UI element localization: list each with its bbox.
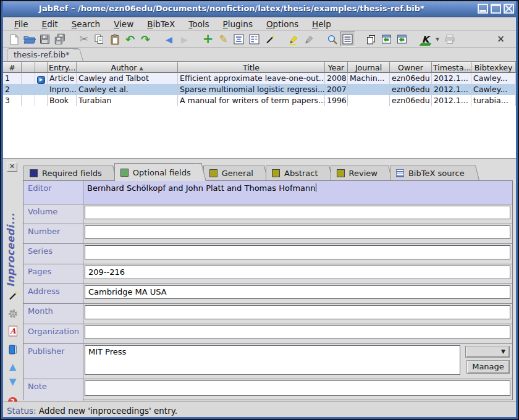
open-database-icon[interactable]: [22, 32, 37, 47]
publisher-dropdown[interactable]: [465, 346, 510, 358]
manage-button[interactable]: Manage: [466, 360, 510, 374]
database-tab[interactable]: thesis-ref.bib*: [7, 48, 78, 61]
field-row-volume: Volume: [23, 204, 512, 224]
fetch-medline-icon[interactable]: [379, 32, 394, 47]
text-caret: [316, 183, 316, 192]
col-header-journal[interactable]: Journal: [348, 62, 390, 73]
file-link-icon[interactable]: [37, 76, 45, 84]
menu-edit[interactable]: Edit: [37, 18, 63, 30]
address-field-input[interactable]: Cambridge MA USA: [85, 285, 510, 299]
field-label: Organization: [23, 324, 83, 343]
note-field-input[interactable]: [85, 380, 510, 396]
menu-options[interactable]: Options: [261, 18, 303, 30]
tab-abstract[interactable]: Abstract: [266, 166, 329, 180]
optional-fields-icon: [120, 169, 129, 177]
field-label: Editor: [23, 181, 83, 204]
pages-field-input[interactable]: 209--216: [85, 266, 510, 279]
col-header-timestamp[interactable]: Timesta...: [432, 62, 471, 73]
save-all-icon[interactable]: [53, 32, 68, 47]
close-button[interactable]: [504, 4, 514, 14]
table-header: # Entry... Author▲ Title Year Journal Ow…: [3, 62, 516, 73]
col-header-ranking[interactable]: [22, 62, 35, 73]
cleanup-wand-icon[interactable]: [262, 32, 277, 47]
col-header-year[interactable]: Year: [325, 62, 348, 73]
minimize-button[interactable]: [478, 4, 488, 14]
tab-review[interactable]: Review: [331, 166, 388, 180]
col-header-entrytype[interactable]: Entry...: [48, 62, 77, 73]
save-database-icon[interactable]: [37, 32, 53, 47]
tab-general[interactable]: General: [203, 166, 264, 180]
undo-icon[interactable]: ↶: [122, 32, 138, 47]
field-label: Month: [23, 304, 83, 324]
statusbar: Status: Added new 'inproceedings' entry.: [3, 401, 516, 419]
unmark-entries-icon[interactable]: [301, 32, 316, 47]
field-label: Number: [23, 224, 83, 243]
tab-required-fields[interactable]: Required fields: [23, 166, 112, 180]
copy-key-icon[interactable]: [363, 32, 379, 47]
paste-icon[interactable]: [107, 32, 122, 47]
col-header-author[interactable]: Author▲: [77, 62, 178, 73]
window-controls: [478, 4, 514, 14]
open-pdf-icon[interactable]: A: [7, 325, 19, 337]
col-header-bibtexkey[interactable]: Bibtexkey: [471, 62, 516, 73]
edit-strings-icon[interactable]: [247, 32, 262, 47]
move-down-icon[interactable]: ▼: [7, 376, 19, 387]
table-row[interactable]: 3 Book Turabian A manual for writers of …: [3, 95, 516, 106]
push-to-lyx-icon[interactable]: K: [418, 32, 433, 47]
toolbar: ✂ ↶ ↷ ◀ ▶ + ✎ K ▾ ×: [3, 31, 516, 48]
publisher-field-input[interactable]: MIT Press: [85, 345, 460, 375]
table-row[interactable]: 1 Article Cawley and Talbot Efficient ap…: [3, 73, 516, 84]
toolbar-close-icon[interactable]: ×: [493, 32, 508, 47]
number-field-input[interactable]: [85, 225, 510, 239]
settings-gear-icon[interactable]: [7, 308, 19, 319]
toggle-preview-icon[interactable]: [340, 32, 355, 47]
edit-entry-icon[interactable]: ✎: [216, 32, 231, 47]
required-fields-icon: [30, 169, 38, 177]
organization-field-input[interactable]: [85, 326, 510, 339]
mark-entries-icon[interactable]: [285, 32, 301, 47]
new-database-icon[interactable]: [6, 32, 22, 47]
redo-icon[interactable]: ↷: [138, 32, 153, 47]
field-label: Note: [23, 379, 83, 401]
menu-file[interactable]: File: [9, 18, 33, 30]
fetch-citeseer-icon[interactable]: [394, 32, 410, 47]
forward-icon[interactable]: ▶: [177, 32, 192, 47]
month-field-input[interactable]: [85, 305, 510, 319]
col-header-num[interactable]: #: [3, 62, 22, 73]
push-dropdown-icon[interactable]: ▾: [433, 32, 442, 47]
cut-icon[interactable]: ✂: [76, 32, 91, 47]
menu-tools[interactable]: Tools: [184, 18, 214, 30]
col-header-title[interactable]: Title: [178, 62, 325, 73]
search-icon[interactable]: [324, 32, 340, 47]
menu-help[interactable]: Help: [307, 18, 336, 30]
tab-bibtex-source[interactable]: BibTeX source: [390, 166, 475, 180]
editor-field-input[interactable]: Bernhard Schölkopf and John Platt and Th…: [83, 181, 512, 204]
series-field-input[interactable]: [85, 245, 510, 259]
open-file-icon[interactable]: [7, 343, 19, 355]
tab-optional-fields[interactable]: Optional fields: [114, 163, 201, 181]
close-entry-editor-button[interactable]: [7, 162, 17, 172]
menu-view[interactable]: View: [109, 18, 138, 30]
menu-plugins[interactable]: Plugins: [218, 18, 258, 30]
table-row-selected[interactable]: 2 Inpro... Cawley et al. Sparse multinom…: [3, 84, 516, 95]
field-row-address: Address Cambridge MA USA: [23, 284, 512, 304]
new-entry-icon[interactable]: +: [200, 32, 216, 47]
entry-table: # Entry... Author▲ Title Year Journal Ow…: [3, 62, 516, 159]
field-row-number: Number: [23, 224, 512, 244]
col-header-file[interactable]: [35, 62, 48, 73]
autogenerate-wand-icon[interactable]: [7, 290, 19, 301]
sort-asc-icon: ▲: [139, 65, 143, 71]
col-header-owner[interactable]: Owner: [390, 62, 432, 73]
abstract-icon: [272, 169, 280, 177]
titlebar[interactable]: JabRef – /home/ezn06edu/Documents/nonfic…: [1, 1, 518, 17]
menu-bibtex[interactable]: BibTeX: [142, 18, 180, 30]
back-icon[interactable]: ◀: [161, 32, 177, 47]
menu-search[interactable]: Search: [67, 18, 105, 30]
copy-icon[interactable]: [91, 32, 107, 47]
edit-preamble-icon[interactable]: [231, 32, 247, 47]
move-up-icon[interactable]: ▲: [7, 361, 19, 372]
volume-field-input[interactable]: [85, 206, 510, 219]
menubar: File Edit Search View BibTeX Tools Plugi…: [3, 17, 516, 31]
maximize-button[interactable]: [491, 4, 501, 14]
field-row-editor: Editor Bernhard Schölkopf and John Platt…: [23, 181, 512, 204]
